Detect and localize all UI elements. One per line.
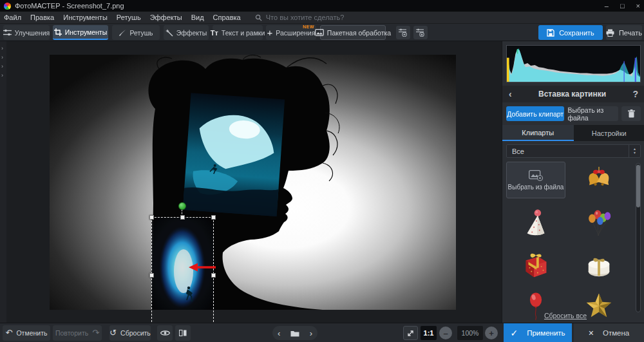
fit-to-screen-button[interactable] — [403, 326, 418, 340]
redo-button[interactable]: Повторить ↷ — [53, 325, 102, 341]
balloons-icon — [584, 207, 614, 237]
tab-retouch[interactable]: Ретушь — [112, 25, 160, 40]
menu-help[interactable]: Справка — [213, 14, 241, 21]
selection-handle-middle-left[interactable] — [149, 273, 154, 278]
photo-canvas[interactable] — [50, 55, 456, 310]
clipart-from-file-tile[interactable]: Выбрать из файла — [506, 162, 565, 198]
gift-red-icon — [521, 249, 551, 279]
zoom-in-button[interactable]: + — [485, 327, 498, 339]
tab-label: Инструменты — [65, 28, 107, 36]
canvas-area[interactable] — [6, 41, 502, 323]
reset-button[interactable]: ↺ Сбросить — [109, 325, 151, 341]
delete-clipart-button[interactable] — [621, 106, 641, 121]
tab-enhancements[interactable]: Улучшения — [3, 25, 50, 40]
menu-file[interactable]: Файл — [4, 14, 21, 21]
tab-cliparts[interactable]: Клипарты — [502, 125, 574, 141]
redo-icon: ↷ — [92, 329, 99, 337]
selection-handle-top-middle[interactable] — [180, 215, 185, 220]
photo-stack-icon — [315, 29, 324, 36]
print-button[interactable]: Печать — [606, 25, 642, 40]
add-preset-button[interactable] — [396, 26, 410, 39]
preset-download-icon — [416, 28, 425, 37]
prev-image-button[interactable]: ‹ — [278, 328, 280, 338]
tab-batch-processing[interactable]: Пакетная обработка — [320, 25, 386, 40]
clipart-balloons[interactable] — [569, 204, 629, 240]
right-panel: ‹ Вставка картинки ? Добавить клипарт Вы… — [502, 41, 644, 323]
next-image-button[interactable]: › — [310, 328, 312, 338]
clipart-gift-red[interactable] — [506, 245, 565, 282]
app-logo-icon — [4, 3, 11, 10]
selection-handle-top-left[interactable] — [149, 215, 154, 220]
cancel-button[interactable]: × Отмена — [574, 323, 644, 342]
title-bar: ФотоМАСТЕР - Screenshot_7.png – □ × — [0, 0, 644, 12]
menu-retouch[interactable]: Ретушь — [117, 14, 141, 21]
close-button[interactable]: × — [636, 0, 640, 12]
rotate-handle[interactable] — [178, 202, 186, 210]
left-rail: › › › › — [0, 41, 6, 323]
clipart-scrollbar[interactable] — [636, 163, 641, 312]
clipart-selection-box[interactable] — [151, 217, 214, 322]
tab-effects[interactable]: Эффекты — [164, 25, 209, 40]
panel-header: ‹ Вставка картинки ? — [502, 86, 644, 102]
clipart-category-select[interactable]: Все ▲▼ — [506, 144, 641, 158]
reset-icon: ↺ — [109, 329, 117, 337]
clipart-underwater-top[interactable] — [183, 93, 285, 216]
menu-tools[interactable]: Инструменты — [63, 14, 108, 21]
tab-extensions[interactable]: NEW + Расширения — [266, 25, 316, 40]
compare-icon — [179, 329, 187, 337]
folder-icon[interactable] — [290, 330, 299, 337]
add-clipart-button[interactable]: Добавить клипарт — [506, 106, 564, 121]
undo-label: Отменить — [16, 329, 47, 337]
search-placeholder: Что вы хотите сделать? — [266, 14, 345, 21]
panel-title: Вставка картинки — [512, 90, 633, 99]
brush-icon — [118, 29, 126, 37]
scrollbar-thumb[interactable] — [636, 165, 640, 207]
clipart-bells[interactable] — [569, 162, 629, 198]
tab-tools[interactable]: Инструменты — [53, 25, 108, 40]
rail-expand-icon[interactable]: › — [1, 63, 6, 70]
print-label: Печать — [619, 29, 642, 37]
selection-handle-top-right[interactable] — [211, 215, 216, 220]
check-icon: ✓ — [510, 328, 518, 338]
reset-all-link[interactable]: Сбросить все — [502, 312, 629, 319]
clipart-gift-white[interactable] — [569, 245, 629, 282]
menu-edit[interactable]: Правка — [30, 14, 54, 21]
minimize-button[interactable]: – — [605, 0, 609, 12]
redo-label: Повторить — [55, 329, 88, 337]
rail-expand-icon[interactable]: › — [1, 54, 6, 61]
panel-help-icon[interactable]: ? — [632, 89, 638, 99]
preset-add-icon — [399, 28, 408, 37]
tab-settings[interactable]: Настройки — [574, 125, 644, 141]
tab-label: Улучшения — [15, 29, 50, 37]
photomaster-app: ФотоМАСТЕР - Screenshot_7.png – □ × Файл… — [0, 0, 644, 342]
rail-expand-icon[interactable]: › — [1, 72, 6, 79]
menu-effects[interactable]: Эффекты — [150, 14, 182, 21]
sliders-icon — [3, 29, 12, 36]
x-icon: × — [589, 328, 594, 338]
eye-icon — [160, 330, 170, 336]
apply-button[interactable]: ✓ Применить — [504, 323, 572, 342]
selection-handle-middle-right[interactable] — [211, 273, 216, 278]
tab-label: Текст и рамки — [222, 29, 265, 37]
choose-from-file-button[interactable]: Выбрать из файла — [567, 106, 618, 121]
save-button[interactable]: Сохранить — [538, 25, 603, 40]
export-preset-button[interactable] — [413, 26, 428, 39]
reset-label: Сбросить — [120, 329, 151, 337]
fit-screen-icon — [407, 330, 414, 337]
menu-bar: Файл Правка Инструменты Ретушь Эффекты В… — [0, 12, 644, 24]
global-search[interactable]: Что вы хотите сделать? — [255, 14, 345, 21]
rail-expand-icon[interactable]: › — [1, 45, 6, 52]
search-icon — [255, 14, 262, 21]
actual-size-button[interactable]: 1:1 — [421, 326, 437, 340]
compare-before-after-button[interactable] — [175, 325, 191, 341]
undo-button[interactable]: ↶ Отменить — [3, 325, 50, 341]
zoom-out-button[interactable]: – — [439, 327, 452, 339]
clipart-party-hat[interactable] — [506, 204, 565, 240]
tab-text-frames[interactable]: Tт Текст и рамки — [213, 25, 263, 40]
plus-icon: + — [267, 29, 273, 37]
maximize-button[interactable]: □ — [620, 0, 625, 12]
menu-view[interactable]: Вид — [191, 14, 204, 21]
select-spinner-icon[interactable]: ▲▼ — [629, 145, 640, 157]
text-icon: Tт — [211, 29, 218, 37]
preview-original-button[interactable] — [157, 325, 173, 341]
